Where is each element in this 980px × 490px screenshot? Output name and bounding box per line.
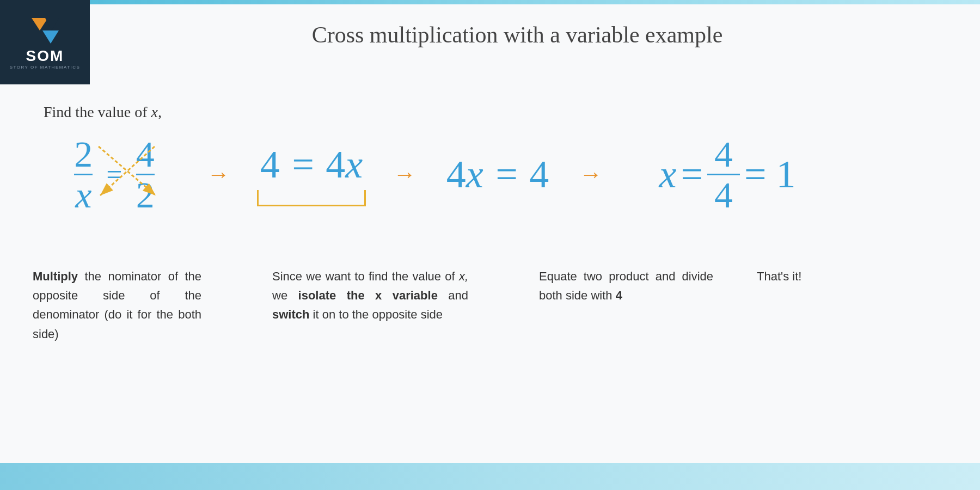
step4-fraction: 4 4 xyxy=(707,136,740,213)
description-3: Equate two product and divide both side … xyxy=(539,267,713,344)
desc3-text: Equate two product and divide both side … xyxy=(539,270,713,302)
step4-eq-text: x = 4 4 = 1 xyxy=(659,136,795,213)
step4-eq2: = 1 xyxy=(744,152,796,197)
step1-fraction: 2 x = 4 2 xyxy=(33,136,196,213)
description-4: That's it! xyxy=(757,267,958,344)
logo-subtext: STORY OF MATHEMATICS xyxy=(10,65,81,70)
svg-marker-0 xyxy=(32,18,48,30)
fraction-2: 4 2 xyxy=(136,136,155,213)
step1-equals: = xyxy=(106,158,122,191)
description-1: Multiply the nominator of the opposite s… xyxy=(33,267,201,344)
logo-text: SOM xyxy=(26,48,64,64)
logo-area: SOM STORY OF MATHEMATICS xyxy=(0,0,90,84)
step4-equation: x = 4 4 = 1 xyxy=(613,136,842,213)
step2-4: 4 xyxy=(260,143,280,186)
arrow-1: → xyxy=(207,161,230,187)
find-label: Find the value of x, xyxy=(44,103,162,121)
svg-marker-1 xyxy=(42,30,59,44)
step4-eq1: = xyxy=(681,152,703,197)
step3-eq-sign: = xyxy=(493,152,530,196)
top-stripe xyxy=(0,0,980,4)
frac2-denominator: 2 xyxy=(136,176,155,213)
step3-eq-text: 4x = 4 xyxy=(446,152,549,197)
find-variable: x, xyxy=(151,103,162,120)
frac1-numerator: 2 xyxy=(74,136,93,173)
step3-4: 4 xyxy=(446,152,466,196)
step3-equation: 4x = 4 xyxy=(427,152,568,197)
steps-container: 2 x = 4 2 → 4 = 4x → 4x = 4 xyxy=(33,120,958,229)
fraction-pair: 2 x = 4 2 xyxy=(74,136,154,213)
frac1-denominator: x xyxy=(75,176,91,213)
description-2: Since we want to find the value of x, we… xyxy=(272,267,468,344)
step3-x: x xyxy=(466,152,483,196)
step2-eq-sign: = xyxy=(290,143,326,186)
step3-4b: 4 xyxy=(529,152,549,196)
step2-x: x xyxy=(345,143,363,186)
som-logo-icon xyxy=(29,15,62,45)
find-label-text: Find the value of xyxy=(44,103,151,120)
frac2-numerator: 4 xyxy=(136,136,155,173)
step2-bracket xyxy=(257,190,366,206)
desc1-bold: Multiply xyxy=(33,270,78,283)
step2-equation: 4 = 4x xyxy=(241,142,382,206)
desc4-text: That's it! xyxy=(757,270,801,283)
step4-x: x xyxy=(659,152,676,197)
step2-eq-text: 4 = 4x xyxy=(260,142,363,187)
arrow-2: → xyxy=(393,161,416,187)
step2-4x: 4 xyxy=(326,143,345,186)
step4-frac-den: 4 xyxy=(714,176,733,213)
arrow-3: → xyxy=(579,161,602,187)
svg-marker-2 xyxy=(45,18,59,30)
desc2-text1: Since we want to find the value of x, we… xyxy=(272,270,468,321)
step4-frac-num: 4 xyxy=(714,136,733,173)
descriptions-container: Multiply the nominator of the opposite s… xyxy=(33,267,958,344)
fraction-1: 2 x xyxy=(74,136,93,213)
page-title: Cross multiplication with a variable exa… xyxy=(109,22,926,48)
bottom-stripe xyxy=(0,463,980,490)
